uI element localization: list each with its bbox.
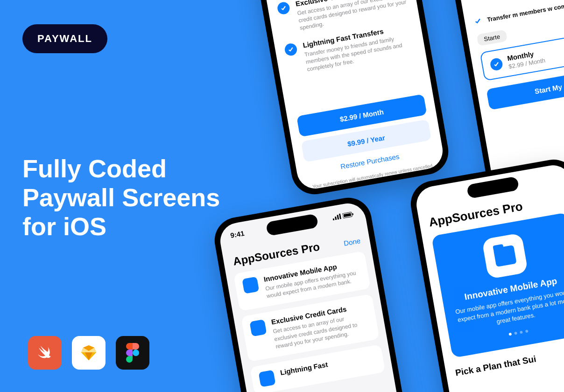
svg-point-0 — [133, 350, 139, 356]
dot-active — [508, 332, 512, 336]
check-icon — [276, 1, 290, 15]
phone-mockup-1: Exclusive Credit Cards Get access to an … — [239, 0, 452, 198]
card-title: Lightning Fast — [280, 360, 329, 377]
done-button[interactable]: Done — [343, 237, 361, 247]
headline: Fully Coded Paywall Screens for iOS — [22, 154, 237, 241]
paywall-badge: PAYWALL — [22, 24, 107, 53]
dot — [525, 329, 529, 333]
svg-rect-2 — [335, 217, 337, 220]
battery-icon — [342, 211, 354, 218]
swift-icon — [28, 336, 62, 370]
folder-icon — [482, 233, 529, 280]
phone-mockup-4: AppSources Pro Innovative Mobile App Our… — [407, 156, 564, 392]
credit-card-icon — [249, 320, 267, 337]
svg-rect-4 — [339, 213, 341, 219]
check-icon — [473, 17, 482, 26]
dot — [520, 330, 523, 334]
svg-rect-3 — [337, 215, 339, 219]
lightning-icon — [258, 370, 275, 387]
wallet-icon — [242, 277, 259, 294]
svg-rect-6 — [343, 213, 351, 217]
svg-rect-7 — [352, 213, 353, 215]
figma-icon — [116, 336, 149, 370]
sketch-icon — [72, 336, 106, 370]
phone-mockup-3: 9:41 AppSources Pro Done Innovative Mobi… — [211, 194, 424, 392]
dot — [514, 331, 517, 335]
hero-card[interactable]: Innovative Mobile App Our mobile app off… — [431, 212, 564, 358]
check-icon — [284, 42, 298, 56]
signal-icon — [332, 213, 341, 220]
segment-control[interactable]: Starte — [477, 30, 508, 47]
tool-icons — [28, 336, 149, 370]
check-icon — [489, 57, 503, 71]
svg-rect-1 — [333, 218, 335, 220]
